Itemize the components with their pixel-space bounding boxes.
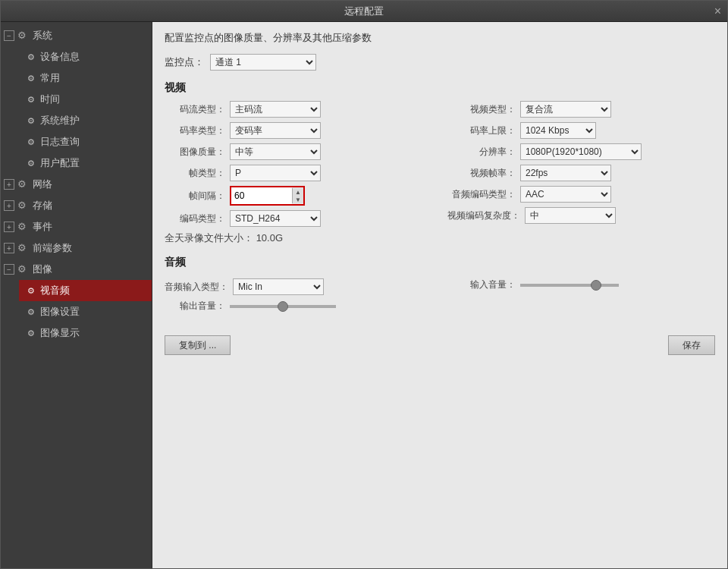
sidebar-item-general[interactable]: ⚙ 常用 (19, 68, 152, 89)
frame-type-row: 帧类型： P (165, 165, 432, 181)
sidebar-group-network[interactable]: + ⚙ 网络 (1, 174, 152, 195)
sidebar-label-video-audio: 视音频 (40, 284, 70, 297)
encode-type-row: 编码类型： STD_H264 (165, 210, 432, 227)
resolution-select[interactable]: 1080P(1920*1080) (520, 143, 642, 160)
storage-gear-icon: ⚙ (17, 200, 30, 212)
encode-type-label: 编码类型： (165, 212, 225, 225)
bottom-bar: 复制到 ... 保存 (165, 329, 715, 355)
frame-type-select[interactable]: P (230, 165, 321, 181)
sidebar-network-label: 网络 (33, 178, 52, 191)
video-complexity-label: 视频编码复杂度： (447, 209, 520, 222)
page-description: 配置监控点的图像质量、分辨率及其他压缩参数 (165, 31, 715, 45)
main-window: 远程配置 × − ⚙ 系统 ⚙ 设备信息 ⚙ 常用 ⚙ (0, 0, 728, 569)
audio-input-type-select[interactable]: Mic In (233, 278, 324, 295)
sidebar-event-label: 事件 (33, 220, 52, 234)
sidebar-image-label: 图像 (33, 262, 52, 276)
sidebar-group-storage[interactable]: + ⚙ 存储 (1, 195, 152, 216)
system-gear-icon: ⚙ (17, 30, 30, 42)
sidebar-item-image-display[interactable]: ⚙ 图像显示 (19, 322, 152, 344)
frame-type-label: 帧类型： (165, 167, 225, 180)
video-complexity-row: 视频编码复杂度： 中 (447, 207, 715, 224)
close-button[interactable]: × (714, 5, 721, 17)
sidebar-item-user-config[interactable]: ⚙ 用户配置 (19, 152, 152, 174)
frontend-gear-icon: ⚙ (17, 242, 30, 254)
image-expand-icon: − (4, 264, 14, 275)
audio-encode-label: 音频编码类型： (447, 188, 516, 201)
sidebar-item-image-settings[interactable]: ⚙ 图像设置 (19, 301, 152, 322)
storage-expand-icon: + (4, 200, 14, 211)
copy-to-button[interactable]: 复制到 ... (165, 335, 231, 355)
user-config-icon: ⚙ (25, 157, 37, 169)
bitrate-type-select[interactable]: 变码率 (230, 122, 321, 139)
sidebar-image-children: ⚙ 视音频 ⚙ 图像设置 ⚙ 图像显示 (1, 280, 152, 344)
monitor-label: 监控点： (165, 55, 204, 69)
sidebar-item-device-info[interactable]: ⚙ 设备信息 (19, 46, 152, 68)
encode-type-select[interactable]: STD_H264 (230, 210, 321, 227)
sidebar-label-user-config: 用户配置 (40, 156, 80, 170)
sidebar-storage-label: 存储 (33, 199, 52, 212)
sidebar-system-children: ⚙ 设备信息 ⚙ 常用 ⚙ 时间 ⚙ 系统维护 ⚙ 日志查询 (1, 46, 152, 174)
monitor-row: 监控点： 通道 1 (165, 54, 715, 71)
event-gear-icon: ⚙ (17, 221, 30, 233)
log-icon: ⚙ (25, 136, 37, 148)
sidebar-group-image[interactable]: − ⚙ 图像 (1, 259, 152, 280)
sidebar-label-image-settings: 图像设置 (40, 305, 80, 319)
bitrate-limit-label: 码率上限： (447, 124, 516, 137)
image-quality-label: 图像质量： (165, 146, 225, 159)
save-button[interactable]: 保存 (668, 335, 715, 355)
audio-encode-select[interactable]: AAC (520, 186, 611, 203)
stream-type-select[interactable]: 主码流 (230, 101, 321, 118)
keyframe-spinner-btns: ▲ ▼ (292, 188, 303, 203)
sidebar: − ⚙ 系统 ⚙ 设备信息 ⚙ 常用 ⚙ 时间 ⚙ 系 (1, 22, 152, 568)
device-info-icon: ⚙ (25, 51, 37, 63)
frontend-expand-icon: + (4, 243, 14, 253)
bitrate-type-row: 码率类型： 变码率 (165, 122, 432, 139)
sidebar-item-video-audio[interactable]: ⚙ 视音频 (19, 280, 152, 301)
sidebar-label-device-info: 设备信息 (40, 50, 80, 64)
audio-input-type-row: 音频输入类型： Mic In (165, 278, 432, 295)
fullday-size-label: 全天录像文件大小： (165, 232, 253, 244)
maintenance-icon: ⚙ (25, 115, 37, 127)
keyframe-increment-btn[interactable]: ▲ (293, 188, 303, 196)
image-quality-select[interactable]: 中等 (230, 143, 321, 160)
system-expand-icon: − (4, 30, 14, 41)
video-type-label: 视频类型： (447, 103, 516, 116)
fullday-size-row: 全天录像文件大小： 10.0G (165, 231, 715, 245)
sidebar-item-time[interactable]: ⚙ 时间 (19, 89, 152, 110)
sidebar-item-maintenance[interactable]: ⚙ 系统维护 (19, 110, 152, 131)
sidebar-group-event[interactable]: + ⚙ 事件 (1, 216, 152, 237)
keyframe-decrement-btn[interactable]: ▼ (293, 196, 303, 203)
network-gear-icon: ⚙ (17, 178, 30, 190)
input-volume-slider-wrap (520, 284, 619, 287)
stream-type-label: 码流类型： (165, 103, 225, 116)
bitrate-limit-select[interactable]: 1024 Kbps (520, 122, 596, 139)
input-volume-label: 输入音量： (447, 278, 516, 291)
sidebar-item-log[interactable]: ⚙ 日志查询 (19, 131, 152, 152)
keyframe-interval-input[interactable] (231, 187, 292, 204)
image-settings-icon: ⚙ (25, 306, 37, 318)
sidebar-label-time: 时间 (40, 93, 60, 106)
bitrate-limit-row: 码率上限： 1024 Kbps (447, 122, 715, 139)
input-volume-row: 输入音量： (447, 278, 715, 291)
sidebar-label-log: 日志查询 (40, 135, 80, 149)
video-complexity-select[interactable]: 中 (525, 207, 616, 224)
sidebar-group-system[interactable]: − ⚙ 系统 (1, 25, 152, 46)
video-type-select[interactable]: 复合流 (520, 101, 611, 118)
main-content: − ⚙ 系统 ⚙ 设备信息 ⚙ 常用 ⚙ 时间 ⚙ 系 (1, 22, 727, 568)
frame-rate-select[interactable]: 22fps (520, 165, 611, 181)
monitor-channel-select[interactable]: 通道 1 (210, 54, 316, 71)
right-panel: 配置监控点的图像质量、分辨率及其他压缩参数 监控点： 通道 1 视频 码流类型：… (152, 22, 727, 568)
title-bar: 远程配置 × (1, 1, 727, 22)
audio-input-type-label: 音频输入类型： (165, 281, 228, 294)
network-expand-icon: + (4, 179, 14, 190)
input-volume-slider[interactable] (520, 284, 619, 287)
sidebar-group-frontend[interactable]: + ⚙ 前端参数 (1, 237, 152, 259)
keyframe-interval-row: 帧间隔： ▲ ▼ (165, 186, 432, 206)
event-expand-icon: + (4, 222, 14, 232)
general-icon: ⚙ (25, 72, 37, 84)
output-volume-slider[interactable] (230, 305, 336, 308)
sidebar-label-image-display: 图像显示 (40, 326, 80, 340)
output-volume-label: 输出音量： (165, 300, 225, 313)
keyframe-interval-label: 帧间隔： (165, 190, 225, 203)
video-section-title: 视频 (165, 81, 715, 95)
